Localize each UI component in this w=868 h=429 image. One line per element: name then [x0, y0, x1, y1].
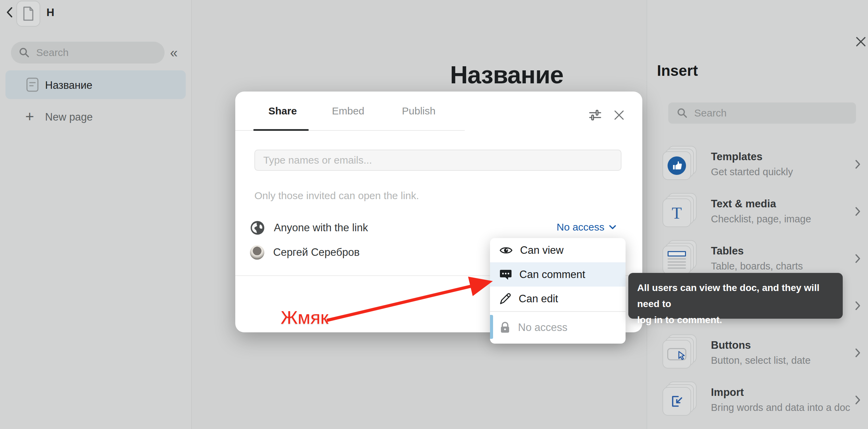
back-button[interactable]: [3, 5, 16, 20]
pencil-icon: [500, 293, 511, 305]
insert-item-text-media[interactable]: T Text & media Checklist, page, image: [654, 190, 868, 232]
insert-item-title: Tables: [711, 245, 744, 257]
insert-item-templates[interactable]: Templates Get started quickly: [654, 142, 868, 185]
doc-icon-button[interactable]: [16, 1, 40, 27]
insert-item-subtitle: Checklist, page, image: [711, 213, 811, 225]
menu-item-label: Can comment: [519, 268, 585, 281]
document-icon: [23, 6, 34, 21]
buttons-icon: [661, 334, 697, 370]
globe-icon: [250, 220, 265, 235]
tooltip-line2: log in to comment.: [637, 312, 834, 328]
workspace-doc-title: H: [46, 6, 54, 19]
tab-publish[interactable]: Publish: [402, 105, 435, 117]
anyone-access-value: No access: [557, 221, 604, 233]
text-media-icon: T: [661, 193, 697, 229]
lock-icon: [500, 321, 510, 334]
insert-panel-title: Insert: [657, 62, 698, 79]
insert-search-input[interactable]: Search: [668, 102, 856, 124]
sidebar-item-label: Название: [45, 79, 93, 92]
anyone-label: Anyone with the link: [274, 222, 368, 234]
insert-item-subtitle: Table, boards, charts: [711, 261, 803, 272]
page-title: Название: [450, 61, 563, 89]
share-row-person: Сергей Серебров: [250, 245, 360, 260]
import-icon: [661, 382, 697, 417]
search-icon: [677, 108, 687, 118]
menu-item-can-comment[interactable]: Can comment: [490, 262, 626, 287]
invite-input[interactable]: [254, 150, 621, 171]
share-row-anyone: Anyone with the link: [250, 220, 368, 235]
share-settings-icon[interactable]: [589, 109, 602, 122]
selected-indicator-bar: [490, 315, 493, 339]
invite-hint: Only those invited can open the link.: [254, 190, 419, 202]
tables-icon: [661, 240, 697, 276]
menu-item-label: No access: [518, 321, 568, 334]
person-name: Сергей Серебров: [273, 246, 360, 259]
plus-icon: +: [25, 109, 34, 124]
tooltip-line1: All users can view the doc, and they wil…: [637, 280, 834, 312]
search-icon: [19, 47, 29, 58]
insert-item-import[interactable]: Import Bring words and data into a doc: [654, 378, 868, 420]
chevron-right-icon: [855, 160, 860, 170]
access-tooltip: All users can view the doc, and they wil…: [628, 273, 843, 319]
insert-item-title: Import: [711, 386, 744, 399]
insert-item-buttons[interactable]: Buttons Button, select list, date: [654, 331, 868, 373]
chevron-right-icon: [855, 207, 860, 218]
comment-filled-icon: [500, 269, 512, 280]
sidebar: H Search « Название + New page: [0, 0, 192, 429]
insert-item-title: Templates: [711, 151, 762, 163]
chevron-right-icon: [855, 254, 860, 265]
menu-item-label: Can view: [520, 244, 564, 257]
collapse-sidebar-icon[interactable]: «: [170, 44, 178, 61]
insert-item-title: Text & media: [711, 198, 776, 210]
menu-item-no-access[interactable]: No access: [490, 312, 626, 343]
access-level-menu: Can view Can comment Can edit No access: [490, 238, 626, 344]
menu-item-can-edit[interactable]: Can edit: [490, 287, 626, 311]
person-avatar: [250, 245, 264, 260]
sidebar-search-placeholder: Search: [36, 47, 69, 58]
tab-share[interactable]: Share: [268, 105, 297, 117]
insert-item-subtitle: Bring words and data into a doc: [711, 402, 850, 413]
chevron-right-icon: [855, 348, 860, 359]
eye-icon: [500, 246, 513, 255]
anyone-access-dropdown[interactable]: No access: [557, 221, 616, 233]
tab-embed[interactable]: Embed: [332, 105, 364, 117]
close-panel-icon[interactable]: [855, 36, 866, 49]
close-dialog-icon[interactable]: [613, 109, 625, 122]
new-page-label: New page: [45, 111, 93, 123]
app-root: H Search « Название + New page: [0, 0, 868, 429]
insert-item-title: Buttons: [711, 339, 751, 351]
templates-icon: [661, 146, 697, 181]
chevron-down-icon: [609, 225, 616, 230]
new-page-button[interactable]: + New page: [5, 105, 186, 128]
insert-search-placeholder: Search: [694, 107, 727, 119]
chevron-right-icon: [855, 395, 860, 406]
menu-item-label: Can edit: [519, 293, 558, 305]
chevron-right-icon: [855, 301, 860, 312]
annotation-text: Жмяк: [281, 307, 328, 328]
sidebar-search-input[interactable]: Search: [11, 42, 165, 64]
insert-item-subtitle: Get started quickly: [711, 166, 793, 178]
page-icon: [26, 78, 39, 93]
active-tab-underline: [253, 129, 309, 131]
menu-item-can-view[interactable]: Can view: [490, 238, 626, 262]
sidebar-item-page[interactable]: Название: [5, 70, 186, 99]
insert-item-subtitle: Button, select list, date: [711, 355, 811, 366]
